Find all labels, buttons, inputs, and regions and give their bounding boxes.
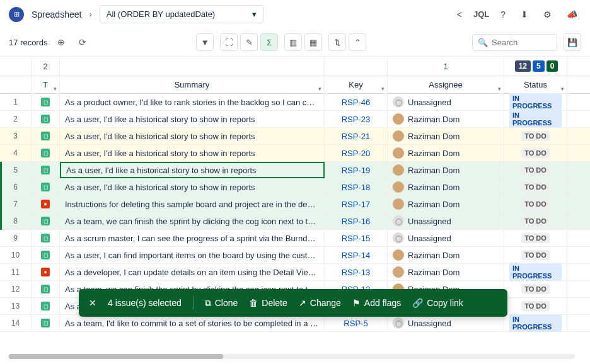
- cell-summary[interactable]: As a developer, I can update details on …: [60, 264, 325, 280]
- announce-icon[interactable]: 📣: [563, 7, 581, 22]
- add-icon[interactable]: ⊕: [54, 35, 69, 50]
- table-row[interactable]: 3◻As a user, I'd like a historical story…: [0, 128, 590, 145]
- table-row[interactable]: 6◻As a user, I'd like a historical story…: [0, 179, 590, 196]
- cell-key[interactable]: RSP-46: [325, 94, 388, 110]
- cell-type[interactable]: ◻: [32, 128, 60, 144]
- cell-assignee[interactable]: Raziman Dom: [388, 196, 504, 212]
- table-row[interactable]: 14◻As a team, I'd like to commit to a se…: [0, 315, 590, 332]
- col-type[interactable]: T▾: [32, 76, 60, 93]
- change-button[interactable]: ↗Change: [299, 298, 341, 308]
- cell-key[interactable]: RSP-14: [325, 247, 388, 263]
- cell-status[interactable]: TO DO: [504, 179, 567, 195]
- gear-icon[interactable]: ⚙: [540, 7, 555, 22]
- edit-button[interactable]: ✎: [240, 33, 258, 51]
- refresh-icon[interactable]: ⟳: [75, 35, 90, 50]
- view-selector[interactable]: All (ORDER BY updatedDate) ▾: [100, 5, 263, 23]
- table-row[interactable]: 7●Instructions for deleting this sample …: [0, 196, 590, 213]
- share-icon[interactable]: <: [453, 7, 466, 22]
- close-icon[interactable]: ✕: [89, 298, 96, 308]
- cell-key[interactable]: RSP-23: [325, 111, 388, 127]
- cell-type[interactable]: ◻: [32, 298, 60, 314]
- cell-type[interactable]: ◻: [32, 281, 60, 297]
- cell-key[interactable]: RSP-16: [325, 213, 388, 229]
- cell-assignee[interactable]: Raziman Dom: [388, 162, 504, 178]
- columns-button[interactable]: ▥: [284, 33, 302, 51]
- cell-status[interactable]: TO DO: [504, 145, 567, 161]
- cell-type[interactable]: ◻: [32, 230, 60, 246]
- header-group-b[interactable]: 1: [388, 57, 504, 76]
- flag-button[interactable]: ⚑Add flags: [352, 298, 401, 308]
- cell-assignee[interactable]: Raziman Dom: [388, 111, 504, 127]
- collapse-button[interactable]: ⌃: [349, 33, 366, 51]
- help-icon[interactable]: ?: [497, 7, 509, 22]
- cell-assignee[interactable]: Raziman Dom: [388, 145, 504, 161]
- delete-button[interactable]: 🗑Delete: [249, 298, 287, 308]
- cell-summary[interactable]: As a user, I can find important items on…: [60, 247, 325, 263]
- cell-status[interactable]: TO DO: [504, 298, 567, 314]
- col-key[interactable]: Key▾: [325, 76, 388, 93]
- cell-status[interactable]: TO DO: [504, 247, 567, 263]
- cell-status[interactable]: IN PROGRESS: [504, 264, 567, 280]
- cell-type[interactable]: ◻: [32, 162, 60, 178]
- cell-assignee[interactable]: ◯Unassigned: [388, 315, 504, 331]
- table-row[interactable]: 10◻As a user, I can find important items…: [0, 247, 590, 264]
- cell-summary[interactable]: As a user, I'd like a historical story t…: [60, 162, 325, 178]
- scrollbar-thumb[interactable]: [9, 354, 223, 359]
- col-assignee[interactable]: Assignee▾: [388, 76, 504, 93]
- cell-type[interactable]: ◻: [32, 94, 60, 110]
- cell-summary[interactable]: As a user, I'd like a historical story t…: [60, 179, 325, 195]
- cell-summary[interactable]: Instructions for deleting this sample bo…: [60, 196, 325, 212]
- download-icon[interactable]: ⬇: [517, 7, 532, 22]
- cell-assignee[interactable]: ◯Unassigned: [388, 230, 504, 246]
- grid-button[interactable]: ▦: [304, 33, 322, 51]
- breadcrumb[interactable]: Spreadsheet: [32, 9, 81, 20]
- col-summary[interactable]: Summary▾: [60, 76, 325, 93]
- cell-key[interactable]: RSP-15: [325, 230, 388, 246]
- cell-status[interactable]: TO DO: [504, 281, 567, 297]
- scrollbar[interactable]: [9, 354, 575, 359]
- cell-status[interactable]: IN PROGRESS: [504, 315, 567, 331]
- cell-summary[interactable]: As a user, I'd like a historical story t…: [60, 111, 325, 127]
- clone-button[interactable]: ⧉Clone: [205, 298, 238, 309]
- copylink-button[interactable]: 🔗Copy link: [412, 298, 463, 308]
- table-row[interactable]: 4◻As a user, I'd like a historical story…: [0, 145, 590, 162]
- cell-assignee[interactable]: ◯Unassigned: [388, 94, 504, 110]
- hierarchy-button[interactable]: ⇅: [328, 33, 346, 51]
- cell-key[interactable]: RSP-20: [325, 145, 388, 161]
- cell-status[interactable]: IN PROGRESS: [504, 111, 567, 127]
- cell-summary[interactable]: As a product owner, I'd like to rank sto…: [60, 94, 325, 110]
- cell-assignee[interactable]: ◯Unassigned: [388, 213, 504, 229]
- cell-key[interactable]: RSP-19: [325, 162, 388, 178]
- cell-status[interactable]: TO DO: [504, 128, 567, 144]
- table-row[interactable]: 2◻As a user, I'd like a historical story…: [0, 111, 590, 128]
- cell-type[interactable]: ●: [32, 196, 60, 212]
- save-button[interactable]: 💾: [564, 33, 581, 51]
- cell-key[interactable]: RSP-21: [325, 128, 388, 144]
- jql-button[interactable]: JQL: [473, 9, 489, 19]
- cell-key[interactable]: RSP-18: [325, 179, 388, 195]
- col-status[interactable]: Status▾: [504, 76, 567, 93]
- table-row[interactable]: 11●As a developer, I can update details …: [0, 264, 590, 281]
- cell-assignee[interactable]: Raziman Dom: [388, 264, 504, 280]
- cell-assignee[interactable]: Raziman Dom: [388, 247, 504, 263]
- cell-summary[interactable]: As a user, I'd like a historical story t…: [60, 128, 325, 144]
- search-input[interactable]: [492, 38, 552, 47]
- table-row[interactable]: 9◻As a scrum master, I can see the progr…: [0, 230, 590, 247]
- cell-assignee[interactable]: Raziman Dom: [388, 128, 504, 144]
- sum-button[interactable]: Σ: [260, 33, 278, 51]
- cell-status[interactable]: TO DO: [504, 196, 567, 212]
- expand-button[interactable]: ⛶: [220, 33, 238, 51]
- table-row[interactable]: 5◻As a user, I'd like a historical story…: [0, 162, 590, 179]
- cell-status[interactable]: TO DO: [504, 230, 567, 246]
- cell-type[interactable]: ◻: [32, 315, 60, 331]
- table-row[interactable]: 1◻As a product owner, I'd like to rank s…: [0, 94, 590, 111]
- cell-summary[interactable]: As a user, I'd like a historical story t…: [60, 145, 325, 161]
- cell-type[interactable]: ◻: [32, 111, 60, 127]
- col-rownum[interactable]: [0, 76, 32, 93]
- app-logo[interactable]: ⊞: [9, 7, 24, 22]
- table-row[interactable]: 8◻As a team, we can finish the sprint by…: [0, 213, 590, 230]
- cell-summary[interactable]: As a team, I'd like to commit to a set o…: [60, 315, 325, 331]
- cell-key[interactable]: RSP-5: [325, 315, 388, 331]
- cell-type[interactable]: ●: [32, 264, 60, 280]
- cell-status[interactable]: IN PROGRESS: [504, 94, 567, 110]
